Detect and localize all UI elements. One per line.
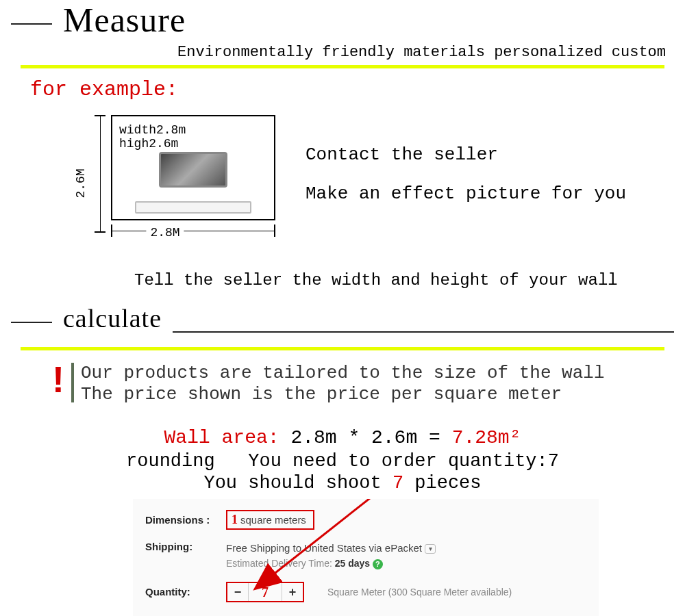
notice-text: Our products are tailored to the size of…: [81, 363, 605, 405]
diagram-height-label: 2.6M: [74, 168, 88, 198]
wall-box: width2.8m high2.6m: [111, 115, 275, 220]
dimensions-label: Dimensions :: [145, 514, 211, 526]
diagram-horizontal-dim: [111, 224, 275, 237]
dimensions-value-unit: square meters: [240, 514, 306, 526]
wall-height-text: high2.6m: [119, 137, 178, 151]
vertical-bar: [71, 363, 74, 402]
shipping-eta-prefix: Estimated Delivery Time:: [226, 558, 332, 569]
diagram-width-label: 2.8M: [146, 226, 184, 240]
product-panel: Dimensions : 1 square meters Shipping: F…: [133, 499, 599, 616]
wall-width-text: width2.8m: [119, 123, 186, 137]
page-title: Measure: [63, 0, 674, 40]
contact-block: Contact the seller Make an effect pictur…: [306, 136, 626, 214]
quantity-decrement[interactable]: −: [227, 583, 248, 601]
quantity-increment[interactable]: +: [282, 583, 303, 601]
chevron-down-icon[interactable]: ▾: [425, 544, 436, 554]
rule-left-2: [11, 322, 52, 323]
shipping-eta-days: 25 days: [335, 558, 370, 569]
separator-yellow-1: [21, 65, 664, 68]
formula-result: 7.28m²: [452, 427, 521, 448]
exclamation-icon: !: [52, 363, 64, 396]
dimensions-value-num: 1: [232, 513, 238, 527]
rounding-prefix: rounding: [126, 451, 215, 472]
shoot-pieces: 7: [393, 473, 403, 493]
notice-line-2: The price shown is the price per square …: [81, 384, 605, 405]
availability-text: Square Meter (300 Square Meter available…: [327, 587, 512, 598]
contact-line-1: Contact the seller: [306, 136, 626, 175]
wall-diagram: 2.6M width2.8m high2.6m 2.8M: [52, 115, 278, 252]
for-example-label: for example:: [30, 78, 674, 101]
notice-line-1: Our products are tailored to the size of…: [81, 363, 605, 384]
tv-icon: [159, 152, 227, 188]
tell-seller-text: Tell the seller the width and height of …: [134, 271, 674, 290]
quantity-stepper[interactable]: − 7 +: [226, 582, 304, 602]
shoot-prefix: You should shoot: [203, 473, 381, 493]
formula-expression: 2.8m * 2.6m =: [290, 427, 440, 448]
shipping-text: Free Shipping to United States via ePack…: [226, 542, 422, 554]
contact-line-2: Make an effect picture for you: [306, 175, 626, 214]
subtitle: Environmentally friendly materials perso…: [11, 44, 674, 61]
shoot-row: You should shoot 7 pieces: [11, 473, 674, 493]
calculate-title: calculate: [63, 303, 162, 333]
shoot-suffix: pieces: [414, 473, 481, 493]
rounding-text: You need to order quantity:7: [248, 451, 559, 472]
diagram-vertical-dim: [95, 115, 105, 233]
quantity-label: Quantity:: [145, 586, 211, 598]
rule-right-2: [173, 331, 674, 333]
formula-label: Wall area:: [164, 427, 279, 448]
formula-row: Wall area: 2.8m * 2.6m = 7.28m²: [11, 427, 674, 448]
separator-yellow-2: [21, 347, 664, 350]
rule-left: [11, 23, 52, 25]
shipping-label: Shipping:: [145, 541, 211, 552]
console-icon: [135, 201, 251, 214]
rounding-row: rounding You need to order quantity:7: [11, 451, 674, 472]
help-icon[interactable]: ?: [373, 559, 383, 569]
dimensions-select[interactable]: 1 square meters: [226, 510, 314, 530]
quantity-value: 7: [249, 583, 282, 601]
